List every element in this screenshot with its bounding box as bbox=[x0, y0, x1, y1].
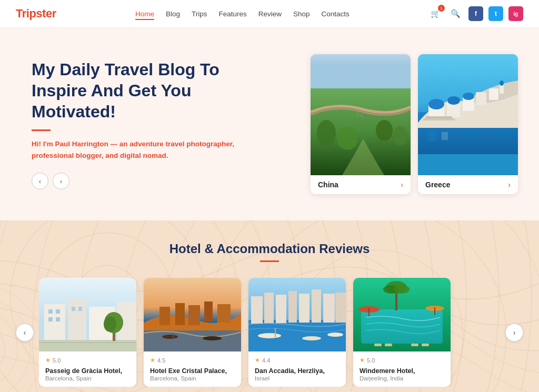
china-label: China bbox=[318, 180, 338, 189]
hotel-1-name: Passeig de Gràcia Hotel, bbox=[45, 367, 130, 375]
hero-next-button[interactable]: › bbox=[53, 173, 69, 189]
nav-contacts-link[interactable]: Contacts bbox=[322, 10, 350, 18]
facebook-button[interactable]: f bbox=[468, 6, 483, 21]
nav-review[interactable]: Review bbox=[258, 9, 282, 18]
star-icon-2: ★ bbox=[150, 357, 155, 364]
nav-features-link[interactable]: Features bbox=[218, 10, 246, 18]
hotel-card-1[interactable]: ★ 5.0 Passeig de Gràcia Hotel, Barcelona… bbox=[39, 278, 136, 387]
greece-label: Greece bbox=[425, 180, 450, 189]
greece-image bbox=[418, 54, 518, 175]
hotel-card-2[interactable]: ★ 4.5 Hotel Exe Cristal Palace, Barcelon… bbox=[144, 278, 241, 387]
nav-shop[interactable]: Shop bbox=[293, 9, 310, 18]
hotel-2-location: Barcelona, Spain bbox=[150, 375, 235, 381]
hotel-2-name: Hotel Exe Cristal Palace, bbox=[150, 367, 235, 375]
svg-rect-50 bbox=[144, 330, 241, 351]
twitter-button[interactable]: t bbox=[488, 6, 503, 21]
svg-rect-29 bbox=[44, 304, 65, 341]
svg-rect-36 bbox=[56, 317, 60, 321]
destination-cards: China › bbox=[311, 54, 518, 194]
svg-point-5 bbox=[393, 126, 407, 145]
svg-rect-19 bbox=[423, 118, 455, 120]
hero-text: My Daily Travel Blog To Inspire And Get … bbox=[32, 59, 253, 189]
logo[interactable]: Tripster bbox=[16, 7, 56, 21]
svg-point-78 bbox=[394, 285, 410, 294]
hotel-3-rating-value: 4.4 bbox=[262, 357, 270, 364]
logo-prefix: Trip bbox=[16, 7, 36, 20]
svg-rect-60 bbox=[299, 294, 310, 323]
svg-rect-48 bbox=[204, 301, 213, 321]
svg-point-66 bbox=[302, 336, 321, 340]
svg-rect-14 bbox=[489, 88, 498, 100]
search-icon[interactable]: 🔍 bbox=[448, 6, 463, 21]
svg-rect-13 bbox=[476, 92, 486, 105]
hotel-4-rating: ★ 5.0 bbox=[360, 357, 444, 364]
hotel-1-rating: ★ 5.0 bbox=[45, 357, 130, 364]
nav-home[interactable]: Home bbox=[135, 9, 154, 18]
logo-highlight: ster bbox=[36, 7, 56, 20]
svg-rect-80 bbox=[385, 344, 392, 346]
svg-point-43 bbox=[104, 316, 116, 332]
instagram-button[interactable]: ig bbox=[508, 6, 523, 21]
china-image bbox=[311, 54, 411, 175]
hotel-2-rating-value: 4.5 bbox=[157, 357, 165, 364]
nav-blog-link[interactable]: Blog bbox=[166, 10, 180, 18]
destination-card-china[interactable]: China › bbox=[311, 54, 411, 194]
greece-arrow[interactable]: › bbox=[508, 180, 511, 189]
carousel-next-button[interactable]: › bbox=[505, 324, 523, 341]
nav-contacts[interactable]: Contacts bbox=[322, 9, 350, 18]
china-arrow[interactable]: › bbox=[401, 180, 403, 189]
china-card-footer: China › bbox=[311, 175, 411, 194]
svg-rect-39 bbox=[39, 340, 136, 351]
nav-shop-link[interactable]: Shop bbox=[293, 10, 310, 18]
svg-rect-63 bbox=[335, 293, 346, 323]
nav-features[interactable]: Features bbox=[218, 9, 246, 18]
cart-icon[interactable]: 🛒 1 bbox=[428, 6, 443, 21]
svg-point-25 bbox=[0, 310, 17, 387]
hotel-cards-container: ★ 5.0 Passeig de Gràcia Hotel, Barcelona… bbox=[39, 278, 500, 387]
hotel-card-3[interactable]: ★ 4.4 Dan Accadia, Herzliya, Israel bbox=[248, 278, 346, 387]
hotel-card-4[interactable]: ★ 5.0 Windemere Hotel, Darjeeling, India bbox=[353, 278, 451, 387]
hotel-4-body: ★ 5.0 Windemere Hotel, Darjeeling, India bbox=[353, 351, 451, 387]
svg-point-4 bbox=[376, 120, 393, 141]
svg-rect-79 bbox=[374, 344, 382, 346]
svg-rect-59 bbox=[288, 291, 297, 323]
hero-author-name: Paul Harrington bbox=[55, 140, 108, 148]
hotel-3-location: Israel bbox=[255, 375, 340, 381]
navbar: Tripster Home Blog Trips Features Review… bbox=[0, 0, 539, 28]
svg-point-3 bbox=[337, 127, 358, 150]
svg-point-51 bbox=[162, 335, 178, 339]
svg-rect-65 bbox=[275, 328, 276, 337]
svg-rect-74 bbox=[434, 307, 435, 315]
nav-trips-link[interactable]: Trips bbox=[192, 10, 207, 18]
svg-point-24 bbox=[0, 323, 5, 375]
svg-rect-72 bbox=[368, 308, 370, 316]
svg-rect-33 bbox=[48, 309, 53, 314]
nav-trips[interactable]: Trips bbox=[192, 9, 207, 18]
svg-rect-62 bbox=[323, 294, 335, 323]
hero-section: My Daily Travel Blog To Inspire And Get … bbox=[0, 28, 539, 220]
hotel-2-rating: ★ 4.5 bbox=[150, 357, 235, 364]
star-icon: ★ bbox=[45, 357, 51, 364]
hotel-1-body: ★ 5.0 Passeig de Gràcia Hotel, Barcelona… bbox=[39, 351, 136, 387]
svg-rect-34 bbox=[56, 309, 60, 314]
hero-prev-button[interactable]: ‹ bbox=[32, 173, 48, 189]
svg-point-64 bbox=[258, 333, 281, 338]
hotel-1-rating-value: 5.0 bbox=[53, 357, 61, 364]
svg-rect-18 bbox=[426, 116, 452, 118]
nav-home-link[interactable]: Home bbox=[135, 10, 154, 20]
hotel-1-location: Barcelona, Spain bbox=[45, 375, 130, 381]
carousel-prev-button[interactable]: ‹ bbox=[16, 324, 34, 341]
svg-rect-52 bbox=[173, 333, 174, 338]
cart-badge: 1 bbox=[438, 5, 445, 12]
svg-rect-45 bbox=[159, 307, 170, 325]
svg-rect-40 bbox=[39, 342, 136, 343]
destination-card-greece[interactable]: Greece › bbox=[418, 54, 518, 194]
hotel-4-rating-value: 5.0 bbox=[367, 357, 375, 364]
hotel-section: Hotel & Accommodation Reviews ‹ bbox=[0, 220, 539, 392]
nav-blog[interactable]: Blog bbox=[166, 9, 180, 18]
hotel-section-divider bbox=[260, 260, 279, 262]
nav-review-link[interactable]: Review bbox=[258, 10, 282, 18]
svg-rect-57 bbox=[264, 293, 274, 323]
svg-rect-38 bbox=[78, 307, 82, 311]
svg-rect-37 bbox=[72, 307, 75, 311]
